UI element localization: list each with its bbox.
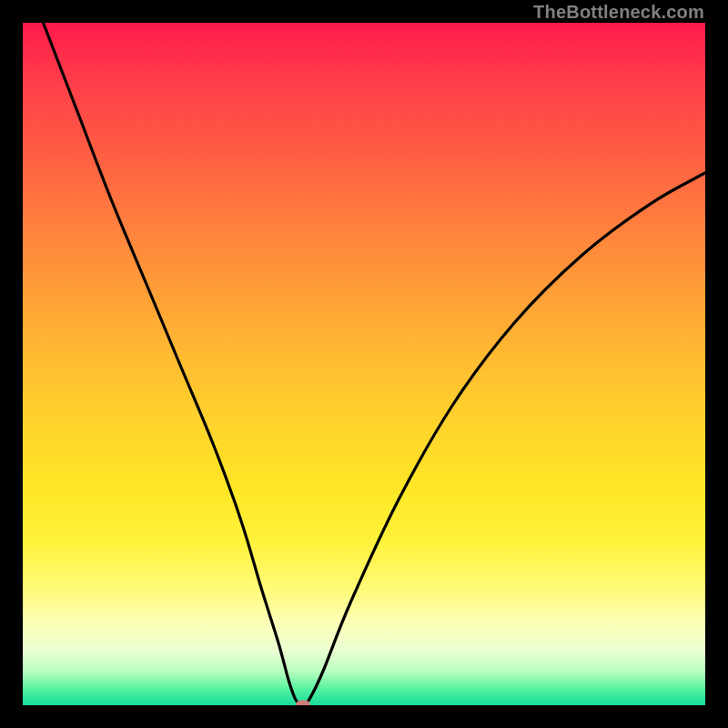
chart-frame: TheBottleneck.com (0, 0, 728, 728)
minimum-marker (296, 701, 310, 706)
plot-area (23, 23, 705, 705)
bottleneck-curve (23, 23, 705, 705)
watermark-text: TheBottleneck.com (533, 2, 704, 23)
